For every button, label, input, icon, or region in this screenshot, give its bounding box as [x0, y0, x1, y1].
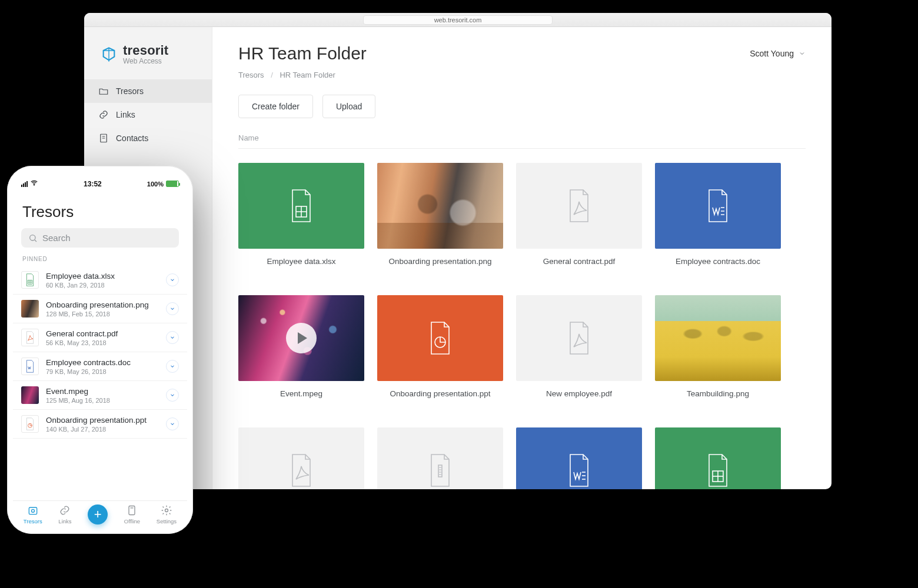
svg-rect-30 — [129, 506, 135, 515]
sidebar-item-links[interactable]: Links — [84, 103, 212, 126]
expand-button[interactable] — [166, 360, 179, 373]
svg-point-21 — [34, 185, 34, 185]
wifi-icon — [30, 179, 38, 189]
chevron-down-icon — [169, 392, 175, 398]
column-header-name[interactable]: Name — [238, 133, 806, 149]
file-name: Teambuilding.png — [655, 389, 781, 398]
file-name: Employee data.xlsx — [238, 257, 364, 266]
word-doc-icon — [704, 189, 731, 223]
search-input[interactable]: Search — [21, 228, 179, 248]
add-button[interactable]: + — [88, 505, 108, 524]
list-item[interactable]: General contract.pdf56 KB, May 23, 2018 — [13, 323, 187, 352]
expand-button[interactable] — [166, 302, 179, 315]
phone-page-title: Tresors — [13, 190, 187, 228]
chevron-down-icon — [169, 277, 175, 283]
file-name: Employee contracts.doc — [46, 358, 159, 367]
file-tile[interactable]: Event.mpeg — [238, 295, 364, 398]
expand-button[interactable] — [166, 273, 179, 286]
status-bar: 13:52 100% — [13, 175, 187, 190]
chevron-down-icon — [799, 50, 806, 57]
spreadsheet-icon — [21, 271, 39, 289]
sidebar-item-contacts[interactable]: Contacts — [84, 126, 212, 150]
file-grid: Employee data.xlsx Onboarding presentati… — [238, 163, 806, 489]
file-tile[interactable] — [377, 427, 503, 489]
video-thumbnail — [238, 295, 364, 381]
status-time: 13:52 — [84, 180, 102, 188]
file-tile[interactable]: Teambuilding.png — [655, 295, 781, 398]
spreadsheet-icon — [288, 189, 315, 223]
breadcrumb-sep: / — [271, 71, 273, 79]
tab-bar: Tresors Links + Offline Settings — [13, 500, 187, 527]
archive-icon — [427, 453, 454, 487]
user-name: Scott Young — [750, 49, 794, 58]
file-tile[interactable] — [238, 427, 364, 489]
main-panel: HR Team Folder Scott Young Tresors / HR … — [212, 27, 831, 489]
file-name: Event.mpeg — [46, 387, 159, 396]
svg-line-23 — [35, 240, 36, 242]
create-folder-button[interactable]: Create folder — [238, 95, 313, 118]
svg-rect-28 — [29, 507, 36, 514]
url-text: web.tresorit.com — [363, 15, 553, 25]
pdf-icon — [21, 329, 39, 346]
file-meta: 79 KB, May 26, 2018 — [46, 368, 159, 375]
file-tile[interactable]: Employee contracts.doc — [655, 163, 781, 266]
tab-offline[interactable]: Offline — [124, 505, 140, 524]
link-icon — [98, 109, 109, 120]
tab-label: Tresors — [24, 518, 42, 524]
image-thumbnail — [655, 295, 781, 381]
battery-icon — [166, 181, 179, 187]
file-name: Onboarding presentation.ppt — [377, 389, 503, 398]
tab-links[interactable]: Links — [58, 505, 71, 524]
plus-icon: + — [94, 508, 102, 521]
svg-point-22 — [30, 235, 35, 240]
video-thumbnail — [21, 386, 39, 404]
sidebar-item-label: Links — [116, 110, 135, 119]
list-item[interactable]: Onboarding presentation.ppt140 KB, Jul 2… — [13, 410, 187, 439]
file-tile[interactable] — [516, 427, 642, 489]
file-tile[interactable]: General contract.pdf — [516, 163, 642, 266]
file-name: Onboarding presentation.png — [46, 300, 159, 309]
user-menu[interactable]: Scott Young — [750, 49, 806, 58]
tab-label: Offline — [124, 518, 140, 524]
expand-button[interactable] — [166, 417, 179, 430]
chevron-down-icon — [169, 421, 175, 427]
presentation-icon — [21, 415, 39, 433]
browser-window: web.tresorit.com tresorit Web Access Tre… — [84, 13, 831, 489]
file-tile[interactable] — [655, 427, 781, 489]
file-name: General contract.pdf — [46, 329, 159, 338]
file-tile[interactable]: Employee data.xlsx — [238, 163, 364, 266]
list-item[interactable]: Event.mpeg125 MB, Aug 16, 2018 — [13, 381, 187, 410]
chevron-down-icon — [169, 306, 175, 312]
upload-button[interactable]: Upload — [322, 95, 375, 118]
tab-tresors[interactable]: Tresors — [24, 505, 42, 524]
expand-button[interactable] — [166, 331, 179, 344]
tab-settings[interactable]: Settings — [157, 505, 177, 524]
chevron-down-icon — [169, 363, 175, 369]
file-meta: 60 KB, Jan 29, 2018 — [46, 282, 159, 289]
search-placeholder: Search — [42, 233, 71, 243]
breadcrumb: Tresors / HR Team Folder — [238, 71, 806, 79]
file-meta: 125 MB, Aug 16, 2018 — [46, 397, 159, 404]
list-item[interactable]: Employee contracts.doc79 KB, May 26, 201… — [13, 352, 187, 381]
sidebar-item-tresors[interactable]: Tresors — [84, 79, 212, 103]
sidebar-item-label: Tresors — [116, 86, 144, 96]
file-meta: 56 KB, May 23, 2018 — [46, 339, 159, 346]
file-tile[interactable]: New employee.pdf — [516, 295, 642, 398]
list-item[interactable]: Onboarding presentation.png128 MB, Feb 1… — [13, 295, 187, 323]
spreadsheet-icon — [704, 453, 731, 487]
file-name: New employee.pdf — [516, 389, 642, 398]
expand-button[interactable] — [166, 389, 179, 402]
breadcrumb-root[interactable]: Tresors — [238, 71, 264, 79]
file-name: Event.mpeg — [238, 389, 364, 398]
file-name: Employee contracts.doc — [655, 257, 781, 266]
image-thumbnail — [21, 300, 39, 318]
contacts-icon — [98, 133, 109, 143]
brand-name: tresorit — [123, 44, 168, 58]
file-tile[interactable]: Onboarding presentation.png — [377, 163, 503, 266]
pdf-icon — [288, 453, 315, 487]
list-item[interactable]: Employee data.xlsx60 KB, Jan 29, 2018 — [13, 266, 187, 295]
svg-point-29 — [31, 509, 34, 512]
pdf-icon — [566, 321, 593, 355]
file-name: Onboarding presentation.png — [377, 257, 503, 266]
file-tile[interactable]: Onboarding presentation.ppt — [377, 295, 503, 398]
